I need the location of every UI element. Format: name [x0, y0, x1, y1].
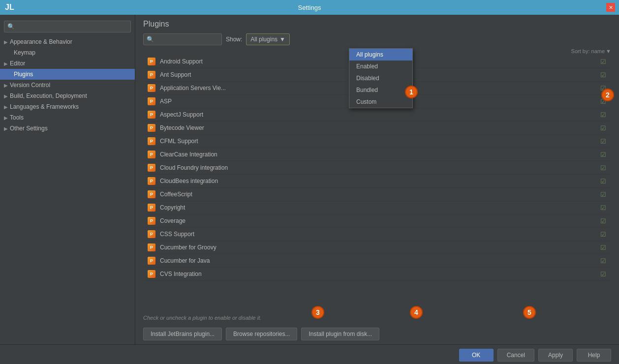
plugin-checkbox[interactable]: ☑	[599, 124, 607, 132]
plugin-icon: P	[147, 203, 156, 212]
plugin-name: Cloud Foundry integration	[160, 164, 599, 171]
plugin-row[interactable]: PCSS Support☑	[143, 228, 611, 241]
plugin-row[interactable]: PCopyright☑	[143, 201, 611, 214]
plugin-row[interactable]: PCloudBees integration☑	[143, 175, 611, 188]
plugin-checkbox[interactable]: ☑	[599, 111, 607, 119]
sidebar-item-label: Languages & Frameworks	[10, 103, 79, 110]
plugin-icon: P	[147, 110, 156, 119]
plugin-row[interactable]: PCoffeeScript☑	[143, 188, 611, 201]
plugin-icon: P	[147, 123, 156, 132]
plugin-icon: P	[147, 243, 156, 252]
plugin-checkbox[interactable]: ☑	[599, 230, 607, 238]
ok-button[interactable]: OK	[459, 349, 494, 362]
plugin-icon: P	[147, 57, 156, 66]
plugin-icon: P	[147, 97, 156, 106]
plugin-icon: P	[147, 216, 156, 225]
title-bar: JL Settings ✕	[0, 0, 619, 15]
plugin-checkbox[interactable]: ☑	[599, 177, 607, 185]
sort-chevron-icon: ▼	[606, 48, 611, 54]
plugin-icon: P	[147, 270, 156, 278]
plugin-icon: P	[147, 256, 156, 265]
plugin-checkbox[interactable]: ☑	[599, 243, 607, 251]
plugin-checkbox[interactable]: ☑	[599, 97, 607, 105]
plugin-name: ClearCase Integration	[160, 151, 599, 158]
plugin-icon: P	[147, 190, 156, 199]
search-icon: 🔍	[7, 23, 15, 30]
expand-arrow: ▶	[4, 39, 8, 45]
plugin-icon: P	[147, 70, 156, 79]
dropdown-option-all[interactable]: All plugins	[349, 49, 412, 61]
show-dropdown-menu: All plugins Enabled Disabled Bundled Cus…	[349, 48, 413, 108]
sidebar-item-editor[interactable]: ▶ Editor	[0, 58, 135, 69]
close-button[interactable]: ✕	[606, 3, 615, 12]
sidebar-item-languages-frameworks[interactable]: ▶ Languages & Frameworks	[0, 101, 135, 112]
plugin-row[interactable]: PCFML Support☑	[143, 135, 611, 148]
plugin-row[interactable]: PCloud Foundry integration☑	[143, 161, 611, 175]
plugin-row[interactable]: PAspectJ Support☑	[143, 108, 611, 121]
dialog-footer: OK Cancel Apply Help	[0, 344, 619, 364]
sidebar-item-other-settings[interactable]: ▶ Other Settings	[0, 123, 135, 134]
sidebar-item-label: Appearance & Behavior	[10, 38, 72, 45]
plugin-hint: Check or uncheck a plugin to enable or d…	[135, 312, 619, 324]
sidebar: 🔍 ▶ Appearance & Behavior Keymap ▶ Edito…	[0, 15, 135, 344]
plugin-name: CloudBees integration	[160, 178, 599, 184]
show-dropdown-value: All plugins	[250, 36, 278, 43]
browse-repositories-button[interactable]: Browse repositories...	[226, 328, 297, 340]
plugin-icon: P	[147, 150, 156, 159]
dropdown-option-enabled[interactable]: Enabled	[349, 61, 412, 72]
dropdown-option-custom[interactable]: Custom	[349, 96, 412, 108]
expand-arrow: ▶	[4, 126, 8, 131]
sidebar-item-version-control[interactable]: ▶ Version Control	[0, 80, 135, 91]
plugin-row[interactable]: PClearCase Integration☑	[143, 148, 611, 161]
dropdown-option-disabled[interactable]: Disabled	[349, 72, 412, 84]
plugin-checkbox[interactable]: ☑	[599, 137, 607, 145]
cancel-button[interactable]: Cancel	[497, 349, 534, 362]
install-from-disk-button[interactable]: Install plugin from disk...	[301, 328, 379, 340]
plugin-row[interactable]: PCoverage☑	[143, 214, 611, 228]
plugin-checkbox[interactable]: ☑	[599, 270, 607, 278]
bottom-action-buttons: Install JetBrains plugin... Browse repos…	[135, 324, 619, 344]
plugin-icon: P	[147, 163, 156, 172]
plugin-checkbox[interactable]: ☑	[599, 257, 607, 265]
apply-button[interactable]: Apply	[538, 349, 573, 362]
plugin-checkbox[interactable]: ☑	[599, 217, 607, 225]
sidebar-item-label: Other Settings	[10, 125, 48, 132]
show-label: Show:	[226, 36, 242, 43]
expand-arrow: ▶	[4, 83, 8, 88]
plugin-checkbox[interactable]: ☑	[599, 84, 607, 92]
plugin-row[interactable]: PBytecode Viewer☑	[143, 121, 611, 135]
expand-arrow: ▶	[4, 61, 8, 66]
plugin-icon: P	[147, 230, 156, 239]
plugin-checkbox[interactable]: ☑	[599, 71, 607, 79]
help-button[interactable]: Help	[577, 349, 611, 362]
plugin-name: Coverage	[160, 217, 599, 224]
sidebar-item-plugins[interactable]: Plugins	[0, 69, 135, 80]
sidebar-item-appearance-behavior[interactable]: ▶ Appearance & Behavior	[0, 36, 135, 47]
sort-label: Sort by:	[571, 48, 590, 54]
plugin-name: Copyright	[160, 204, 599, 211]
plugins-search-input[interactable]: 🔍	[143, 33, 222, 45]
install-jetbrains-button[interactable]: Install JetBrains plugin...	[143, 328, 222, 340]
dropdown-option-bundled[interactable]: Bundled	[349, 84, 412, 96]
expand-arrow: ▶	[4, 115, 8, 121]
dialog-title: Settings	[298, 4, 321, 11]
plugin-checkbox[interactable]: ☑	[599, 151, 607, 158]
plugin-checkbox[interactable]: ☑	[599, 164, 607, 172]
plugin-name: CoffeeScript	[160, 191, 599, 198]
plugin-row[interactable]: PCucumber for Java☑	[143, 254, 611, 268]
sidebar-item-tools[interactable]: ▶ Tools	[0, 112, 135, 123]
plugin-checkbox[interactable]: ☑	[599, 204, 607, 212]
sort-dropdown[interactable]: name ▼	[591, 48, 611, 54]
plugin-checkbox[interactable]: ☑	[599, 58, 607, 65]
plugin-icon: P	[147, 177, 156, 185]
sidebar-item-keymap[interactable]: Keymap	[0, 47, 135, 58]
plugin-row[interactable]: PCVS Integration☑	[143, 268, 611, 281]
show-dropdown[interactable]: All plugins ▼	[246, 33, 290, 45]
plugin-checkbox[interactable]: ☑	[599, 190, 607, 198]
plugins-toolbar: 🔍 Show: All plugins ▼ All plugins Enable…	[135, 31, 619, 47]
sidebar-item-label: Editor	[10, 60, 25, 67]
sidebar-item-build-execution[interactable]: ▶ Build, Execution, Deployment	[0, 91, 135, 101]
sidebar-item-label: Tools	[10, 114, 24, 121]
plugin-row[interactable]: PCucumber for Groovy☑	[143, 241, 611, 254]
sidebar-search[interactable]: 🔍	[4, 21, 131, 32]
